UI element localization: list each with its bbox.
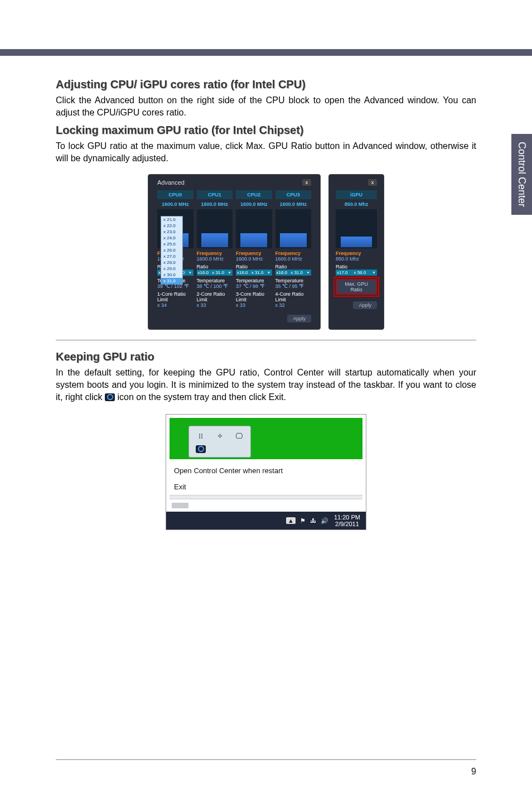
igpu-tab[interactable]: iGPU <box>336 190 377 199</box>
cpu3-tab[interactable]: CPU3 <box>275 190 312 199</box>
footer-rule <box>56 759 476 760</box>
body-lock-gpu: To lock GPU ratio at the maximum value, … <box>56 140 476 164</box>
label-1core-limit: 1-Core Ratio Limit <box>157 291 194 302</box>
volume-icon[interactable]: 🔊 <box>321 517 328 524</box>
system-tray-figure: ⁞⁞ ✧ 🖵 Open Control Center when restart … <box>56 414 476 530</box>
label-ratio: Ratio <box>236 264 272 269</box>
ratio-option[interactable]: x 22.0 <box>161 223 182 229</box>
chevron-down-icon: ▼ <box>306 271 310 275</box>
chevron-down-icon: ▼ <box>228 271 231 275</box>
close-icon[interactable]: x <box>368 179 377 186</box>
cpu3-column: CPU3 1600.0 MHz Frequency 1600.0 MHz Rat… <box>275 190 312 308</box>
body-adjust-cpu: Click the Advanced button on the right s… <box>56 94 476 118</box>
cpu1-mhz: 1600.0 MHz <box>197 199 233 209</box>
cpu3-temp: 35 ℃ / 95 ℉ <box>275 283 312 289</box>
ratio-dropdown-list[interactable]: x 21.0 x 22.0 x 23.0 x 24.0 x 25.0 x 26.… <box>161 216 183 285</box>
notification-icon[interactable]: ✧ <box>215 431 225 441</box>
cpu3-bar <box>275 209 312 248</box>
control-center-tray-icon <box>105 393 115 401</box>
igpu-ratio-select[interactable]: x17.0x 58.0▼ <box>336 269 377 276</box>
apply-button[interactable]: Apply <box>287 315 311 323</box>
label-2core-limit: 2-Core Ratio Limit <box>197 291 233 302</box>
ratio-option[interactable]: x 27.0 <box>161 253 182 259</box>
ratio-option[interactable]: x 30.0 <box>161 272 182 278</box>
chevron-down-icon: ▼ <box>267 271 271 275</box>
control-center-icon[interactable] <box>196 444 206 454</box>
ratio-option[interactable]: x 24.0 <box>161 235 182 241</box>
cpu1-temp: 38 ℃ / 100 ℉ <box>197 283 233 289</box>
cpu3-limit: x 32 <box>275 302 312 308</box>
taskbar-stub <box>172 503 188 508</box>
advanced-dialog-figure: Advanced x x 21.0 x 22.0 x 23.0 x 24.0 x… <box>56 174 476 330</box>
advanced-window: Advanced x x 21.0 x 22.0 x 23.0 x 24.0 x… <box>148 174 321 330</box>
heading-keep-gpu: Keeping GPU ratio <box>56 350 476 363</box>
tray-overflow-popup: ⁞⁞ ✧ 🖵 <box>188 426 251 458</box>
cpu0-limit: x 34 <box>157 302 194 308</box>
cpu3-frequency: 1600.0 MHz <box>275 256 312 262</box>
label-4core-limit: 4-Core Ratio Limit <box>275 291 312 302</box>
cpu1-limit: x 33 <box>197 302 233 308</box>
network-icon[interactable]: 🖧 <box>310 517 316 524</box>
ratio-option[interactable]: x 21.0 <box>161 216 182 223</box>
page-header-bar <box>0 0 532 56</box>
chevron-down-icon: ▼ <box>188 271 192 275</box>
monitor-icon[interactable]: 🖵 <box>234 431 244 441</box>
cpu2-temp: 37 ℃ / 98 ℉ <box>236 283 272 289</box>
apply-button[interactable]: Apply <box>353 301 377 309</box>
cpu1-bar <box>197 209 233 248</box>
cpu1-frequency: 1600.0 MHz <box>197 256 233 262</box>
action-center-icon[interactable]: ⚑ <box>300 517 306 524</box>
heading-lock-gpu: Locking maximum GPU ratio (for Intel Chi… <box>56 124 476 137</box>
label-ratio: Ratio <box>275 264 312 269</box>
igpu-frequency: 850.0 Mhz <box>336 256 359 262</box>
cpu0-tab[interactable]: CPU0 <box>157 190 194 199</box>
cpu2-bar <box>236 209 272 248</box>
igpu-bar <box>336 209 377 248</box>
cpu2-tab[interactable]: CPU2 <box>236 190 272 199</box>
ratio-option-selected[interactable]: x 31.0 <box>161 278 182 284</box>
body-keep-gpu: In the default setting, for keeping the … <box>56 367 476 403</box>
label-temperature: Temperature <box>236 278 272 283</box>
taskbar-tray: ▲ ⚑ 🖧 🔊 11:20 PM 2/9/2011 <box>166 512 366 530</box>
cpu1-column: CPU1 1600.0 MHz Frequency 1600.0 MHz Rat… <box>197 190 233 308</box>
label-ratio: Ratio <box>336 264 347 269</box>
tray-green-area: ⁞⁞ ✧ 🖵 <box>170 418 362 459</box>
label-temperature: Temperature <box>275 278 312 283</box>
device-icon[interactable]: ⁞⁞ <box>196 431 206 441</box>
label-frequency: Frequency <box>197 251 233 256</box>
cpu3-ratio-select[interactable]: x16.0x 31.0▼ <box>275 269 312 276</box>
ratio-option[interactable]: x 23.0 <box>161 229 182 235</box>
clock[interactable]: 11:20 PM 2/9/2011 <box>334 514 360 527</box>
advanced-title: Advanced <box>157 179 185 186</box>
igpu-window: x iGPU 850.0 Mhz Frequency 850.0 Mhz Rat… <box>328 174 384 330</box>
side-tab: Control Center <box>511 134 532 215</box>
cpu2-limit: x 33 <box>236 302 272 308</box>
label-frequency: Frequency <box>336 251 361 256</box>
cpu1-ratio-select[interactable]: x16.0x 31.0▼ <box>197 269 233 276</box>
ratio-option[interactable]: x 25.0 <box>161 241 182 247</box>
cpu2-ratio-select[interactable]: x16.0x 31.0▼ <box>236 269 272 276</box>
ratio-option[interactable]: x 29.0 <box>161 266 182 272</box>
cpu2-column: CPU2 1600.0 MHz Frequency 1600.0 MHz Rat… <box>236 190 272 308</box>
heading-adjust-cpu: Adjusting CPU/ iGPU cores ratio (for Int… <box>56 78 476 91</box>
label-3core-limit: 3-Core Ratio Limit <box>236 291 272 302</box>
menu-exit[interactable]: Exit <box>166 479 366 495</box>
show-hidden-icons-icon[interactable]: ▲ <box>286 517 296 524</box>
cpu0-mhz: 1600.0 MHz <box>157 199 194 209</box>
menu-open-on-restart[interactable]: Open Control Center when restart <box>166 463 366 479</box>
cpu1-tab[interactable]: CPU1 <box>197 190 233 199</box>
ratio-option[interactable]: x 28.0 <box>161 259 182 266</box>
cpu2-frequency: 1600.0 MHz <box>236 256 272 262</box>
ratio-option[interactable]: x 26.0 <box>161 247 182 253</box>
igpu-mhz: 850.0 Mhz <box>345 199 369 209</box>
label-ratio: Ratio <box>197 264 233 269</box>
chevron-down-icon: ▼ <box>372 271 376 275</box>
close-icon[interactable]: x <box>302 179 311 186</box>
max-gpu-ratio-button[interactable]: Max. GPU Ratio <box>336 279 377 295</box>
label-temperature: Temperature <box>197 278 233 283</box>
cpu2-mhz: 1600.0 MHz <box>236 199 272 209</box>
cpu3-mhz: 1600.0 MHz <box>275 199 312 209</box>
label-frequency: Frequency <box>275 251 312 256</box>
divider <box>56 340 476 340</box>
label-frequency: Frequency <box>236 251 272 256</box>
